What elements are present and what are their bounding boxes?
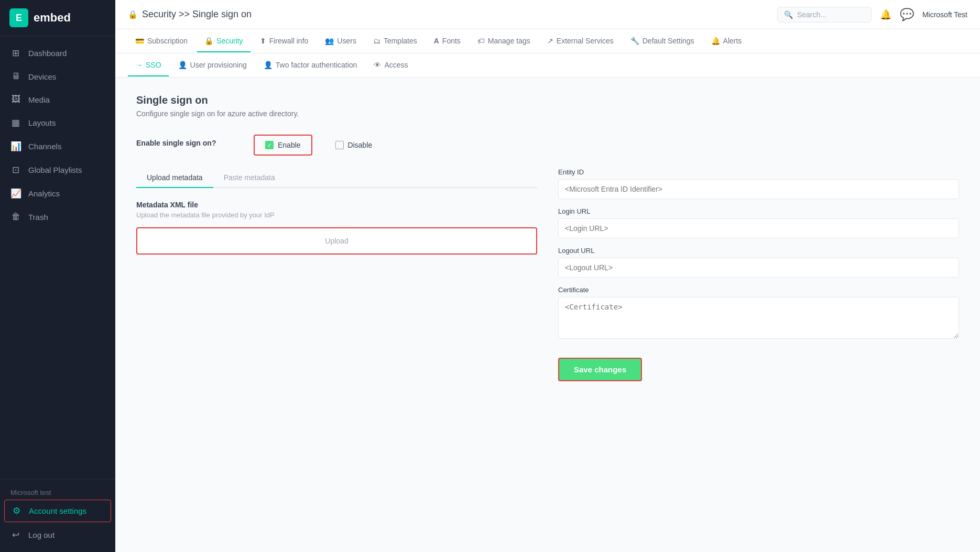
login-url-group: Login URL — [558, 207, 959, 238]
tab-upload-metadata[interactable]: Upload metadata — [136, 168, 213, 188]
enable-checkbox[interactable]: ✓ — [265, 141, 274, 149]
sidebar-item-analytics[interactable]: 📈 Analytics — [0, 182, 115, 205]
left-column: Upload metadata Paste metadata Metadata … — [136, 168, 537, 255]
logout-url-input[interactable] — [558, 258, 959, 278]
sidebar-label-analytics: Analytics — [28, 189, 60, 198]
default-settings-icon: 🔧 — [630, 37, 639, 45]
fonts-icon: A — [434, 37, 439, 45]
templates-icon: 🗂 — [373, 37, 380, 45]
disable-label: Disable — [348, 141, 373, 149]
sidebar-item-dashboard[interactable]: ⊞ Dashboard — [0, 41, 115, 65]
breadcrumb-area: 🔒 Security >> Single sign on — [128, 9, 769, 20]
tab-default-settings[interactable]: 🔧 Default Settings — [623, 30, 702, 52]
login-url-input[interactable] — [558, 218, 959, 238]
tab-access[interactable]: 👁 Access — [366, 54, 415, 76]
tab-firewall-info[interactable]: ⬆ Firewall info — [253, 30, 316, 52]
user-prov-icon: 👤 — [178, 61, 187, 69]
tab-alerts[interactable]: 🔔 Alerts — [704, 30, 749, 52]
certificate-input[interactable] — [558, 297, 959, 339]
right-column: Entity ID Login URL Logout URL Certifica… — [558, 168, 959, 381]
tab-security[interactable]: 🔒 Security — [197, 30, 251, 52]
tab-paste-metadata[interactable]: Paste metadata — [213, 168, 286, 188]
tab-external-services[interactable]: ↗ External Services — [540, 30, 621, 52]
sidebar-label-log-out: Log out — [28, 531, 55, 539]
devices-icon: 🖥 — [10, 71, 21, 82]
tab-fonts[interactable]: A Fonts — [427, 30, 468, 52]
sidebar-label-devices: Devices — [28, 72, 56, 81]
nav-tabs-level2: → SSO 👤 User provisioning 👤 Two factor a… — [115, 53, 980, 78]
tab-templates[interactable]: 🗂 Templates — [366, 30, 424, 52]
logo-icon: E — [9, 8, 28, 27]
sidebar-item-layouts[interactable]: ▦ Layouts — [0, 111, 115, 135]
logout-url-label: Logout URL — [558, 247, 959, 255]
header-actions: 🔍 Search... 🔔 💬 Microsoft Test — [777, 7, 967, 23]
bell-icon[interactable]: 🔔 — [880, 9, 891, 20]
certificate-label: Certificate — [558, 286, 959, 294]
sidebar-item-log-out[interactable]: ↩ Log out — [0, 523, 115, 547]
sidebar-item-channels[interactable]: 📊 Channels — [0, 135, 115, 158]
media-icon: 🖼 — [10, 94, 21, 105]
enable-label: Enable — [278, 141, 301, 149]
metadata-section-title: Metadata XML file — [136, 201, 537, 209]
entity-id-group: Entity ID — [558, 168, 959, 199]
sidebar-label-layouts: Layouts — [28, 118, 56, 127]
lock-icon: 🔒 — [128, 10, 138, 19]
metadata-section-sub: Upload the metadata file provided by you… — [136, 211, 537, 219]
logout-url-group: Logout URL — [558, 247, 959, 278]
global-playlists-icon: ⊡ — [10, 164, 21, 175]
page-content: Single sign on Configure single sign on … — [115, 78, 980, 552]
subscription-icon: 💳 — [135, 37, 144, 45]
enable-sso-label: Enable single sign on? — [136, 135, 241, 147]
breadcrumb: Security >> Single sign on — [142, 9, 252, 20]
sidebar-label-dashboard: Dashboard — [28, 49, 67, 58]
search-box[interactable]: 🔍 Search... — [777, 7, 872, 23]
sidebar-bottom: Microsoft test ⚙ Account settings ↩ Log … — [0, 479, 115, 552]
top-header: 🔒 Security >> Single sign on 🔍 Search...… — [115, 0, 980, 29]
enable-option[interactable]: ✓ Enable — [254, 135, 312, 156]
sidebar-logo: E embed — [0, 0, 115, 36]
sidebar-item-media[interactable]: 🖼 Media — [0, 88, 115, 111]
tags-icon: 🏷 — [477, 37, 485, 45]
security-icon: 🔒 — [204, 37, 213, 45]
tab-manage-tags[interactable]: 🏷 Manage tags — [470, 30, 538, 52]
user-name: Microsoft Test — [922, 10, 967, 19]
sidebar: E embed ⊞ Dashboard 🖥 Devices 🖼 Media ▦ … — [0, 0, 115, 552]
trash-icon: 🗑 — [10, 212, 21, 222]
sidebar-label-channels: Channels — [28, 142, 61, 151]
gear-icon: ⚙ — [11, 505, 21, 516]
upload-button[interactable]: Upload — [136, 227, 537, 255]
channels-icon: 📊 — [10, 141, 21, 152]
sidebar-label-global-playlists: Global Playlists — [28, 165, 82, 174]
sidebar-item-trash[interactable]: 🗑 Trash — [0, 205, 115, 228]
analytics-icon: 📈 — [10, 188, 21, 199]
tab-subscription[interactable]: 💳 Subscription — [128, 30, 195, 52]
sidebar-item-global-playlists[interactable]: ⊡ Global Playlists — [0, 158, 115, 182]
sso-arrow-icon: → — [135, 61, 143, 69]
disable-checkbox[interactable] — [335, 141, 344, 149]
sidebar-item-account-settings[interactable]: ⚙ Account settings — [4, 500, 111, 522]
sidebar-label-account-settings: Account settings — [29, 506, 86, 515]
tab-users[interactable]: 👥 Users — [318, 30, 364, 52]
chat-icon[interactable]: 💬 — [900, 8, 914, 21]
sidebar-label-trash: Trash — [28, 213, 48, 222]
layouts-icon: ▦ — [10, 117, 21, 128]
entity-id-input[interactable] — [558, 179, 959, 199]
two-col-layout: Upload metadata Paste metadata Metadata … — [136, 168, 959, 381]
sidebar-item-devices[interactable]: 🖥 Devices — [0, 65, 115, 88]
disable-option[interactable]: Disable — [325, 136, 383, 154]
save-changes-button[interactable]: Save changes — [558, 358, 642, 381]
access-icon: 👁 — [374, 61, 381, 69]
metadata-tabs: Upload metadata Paste metadata — [136, 168, 537, 188]
sidebar-label-media: Media — [28, 95, 50, 104]
tab-sso[interactable]: → SSO — [128, 54, 169, 76]
tab-user-provisioning[interactable]: 👤 User provisioning — [171, 54, 254, 76]
tab-two-factor[interactable]: 👤 Two factor authentication — [256, 54, 365, 76]
certificate-group: Certificate — [558, 286, 959, 341]
login-url-label: Login URL — [558, 207, 959, 215]
alerts-icon: 🔔 — [711, 37, 720, 45]
page-title: Single sign on — [136, 94, 959, 106]
home-icon: ⊞ — [10, 48, 21, 59]
radio-group: ✓ Enable Disable — [254, 135, 383, 156]
entity-id-label: Entity ID — [558, 168, 959, 176]
search-icon: 🔍 — [784, 10, 793, 19]
